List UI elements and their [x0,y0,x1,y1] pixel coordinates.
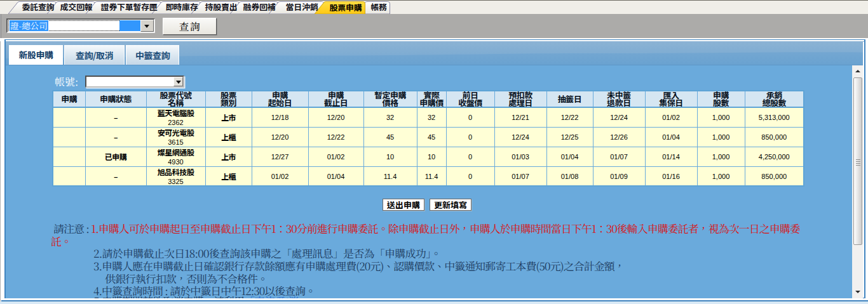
svg-text:即時庫存: 即時庫存 [166,1,198,13]
svg-text:證券下單暫存匣: 證券下單暫存匣 [101,1,158,13]
svg-text:持股賣出: 持股賣出 [205,1,238,13]
svg-text:帳務: 帳務 [370,1,387,13]
svg-text:當日沖銷: 當日沖銷 [286,1,318,13]
svg-text:委託查詢: 委託查詢 [22,1,55,13]
svg-text:股票申購: 股票申購 [330,1,362,13]
svg-text:成交回報: 成交回報 [60,1,93,13]
svg-text:融券回補: 融券回補 [243,1,276,13]
